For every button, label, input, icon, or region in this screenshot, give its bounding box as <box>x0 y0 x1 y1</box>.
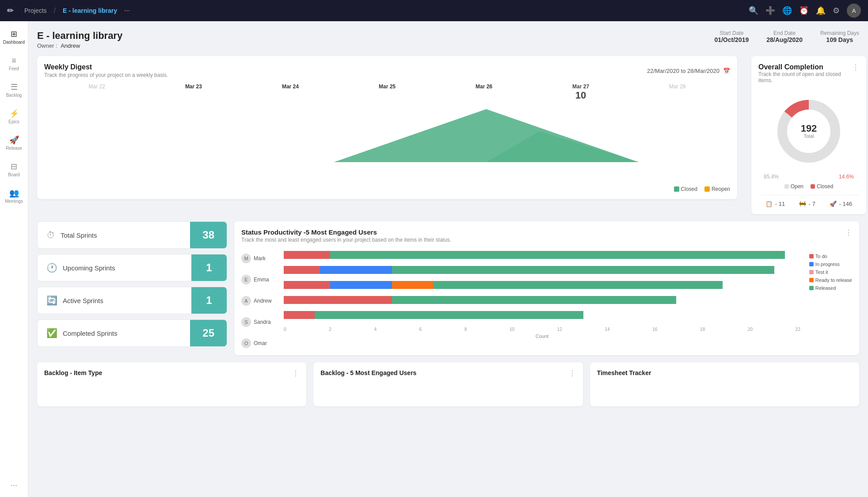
panel-header: Overall Completion Track the count of op… <box>758 63 859 89</box>
bar-emma-released <box>392 266 774 274</box>
legend-closed-panel: Closed <box>811 183 833 190</box>
axis-6: 6 <box>419 327 422 332</box>
sprint-stats-col: ⏱ Total Sprints 38 🕐 Upcoming Sprints 1 … <box>37 221 227 355</box>
date-label-6: Mar 28 <box>669 83 685 90</box>
bottom-row: ⋮ Backlog - Item Type ⋮ Backlog - 5 Most… <box>37 362 859 406</box>
main-content: E - learning library Owner : Andrew Star… <box>28 21 868 497</box>
nav-projects-link[interactable]: Projects <box>24 7 47 14</box>
legend-dot-closed-panel <box>811 184 815 189</box>
bar-andrew-released <box>434 281 723 289</box>
sidebar-item-dashboard[interactable]: ⊞ Dashboard <box>2 25 27 49</box>
backlog-engaged-title: Backlog - 5 Most Engaged Users <box>320 369 575 376</box>
project-title: E - learning library <box>37 30 122 42</box>
meetings-icon: 👥 <box>9 188 19 198</box>
owner-label: Owner : <box>37 42 57 49</box>
timesheet-title: Timesheet Tracker <box>597 369 852 376</box>
axis-8: 8 <box>464 327 467 332</box>
chart-date-2: Mar 24 <box>282 83 299 101</box>
nav-current-project[interactable]: E - learning library <box>63 7 117 14</box>
productivity-more-button[interactable]: ⋮ <box>845 228 852 237</box>
legend-closed-label: Closed <box>817 183 833 190</box>
bar-omar-todo <box>284 311 315 319</box>
sprint-total-value: 38 <box>190 222 227 248</box>
top-area: Weekly Digest Track the progress of your… <box>37 56 859 214</box>
avatar-emma: E <box>241 275 251 285</box>
avatar-mark: M <box>241 254 251 263</box>
bell-icon[interactable]: 🔔 <box>816 6 826 15</box>
end-date: End Date 28/Aug/2020 <box>766 30 803 43</box>
sidebar-item-feed[interactable]: ≡ Feed <box>2 51 27 76</box>
legend-testit-label: Test it <box>815 269 828 275</box>
clock-icon[interactable]: ⏰ <box>799 6 809 15</box>
name-mark: Mark <box>254 255 275 262</box>
legend-released: Released <box>809 285 852 291</box>
date-num-5: 10 <box>572 90 589 101</box>
legend-todo-label: To do <box>815 254 827 259</box>
bar-user-andrew: A Andrew <box>241 296 275 306</box>
feed-icon: ≡ <box>11 56 16 65</box>
sidebar-item-board[interactable]: ⊟ Board <box>2 157 27 182</box>
project-header: E - learning library Owner : Andrew Star… <box>37 30 859 49</box>
backlog-type-more-button[interactable]: ⋮ <box>292 369 299 378</box>
chart-date-1: Mar 23 <box>185 83 202 101</box>
axis-22: 22 <box>796 327 800 332</box>
add-icon[interactable]: ➕ <box>765 6 775 15</box>
legend-released-label: Released <box>815 285 836 291</box>
bar-chart-area: M Mark E Emma A Andrew <box>241 250 852 348</box>
sidebar-more-button[interactable]: ··· <box>7 477 21 493</box>
search-icon[interactable]: 🔍 <box>749 6 758 15</box>
sprint-active-label-area: 🔄 Active Sprints <box>38 288 191 313</box>
bar-row-andrew <box>284 280 800 290</box>
panel-more-button[interactable]: ⋮ <box>852 63 859 72</box>
user-avatar[interactable]: A <box>847 4 861 18</box>
legend-dot-testit <box>809 270 814 274</box>
bottom-card-timesheet: Timesheet Tracker <box>590 362 859 406</box>
sidebar-item-meetings[interactable]: 👥 Meetings <box>2 184 27 209</box>
settings-icon[interactable]: ⚙ <box>833 6 840 15</box>
weekly-chart-svg <box>44 105 730 162</box>
stat-value-0: - 11 <box>775 201 785 207</box>
axis-0: 0 <box>284 327 286 332</box>
panel-stats: 📋 - 11 🚧 - 7 🚀 - 146 <box>758 195 859 207</box>
bottom-card-backlog-type: ⋮ Backlog - Item Type <box>37 362 306 406</box>
sidebar-item-backlog[interactable]: ☰ Backlog <box>2 78 27 102</box>
sidebar-item-release[interactable]: 🚀 Release <box>2 131 27 156</box>
panel-title-area: Overall Completion Track the count of op… <box>758 63 852 89</box>
bar-omar-released <box>315 311 583 319</box>
axis-2: 2 <box>329 327 331 332</box>
legend-open: Open <box>784 183 803 190</box>
legend-dot-closed <box>674 186 679 192</box>
overall-completion-panel: Overall Completion Track the count of op… <box>744 56 859 214</box>
sprint-upcoming-value: 1 <box>191 254 227 281</box>
legend-open-label: Open <box>791 183 803 190</box>
bottom-card-backlog-engaged: ⋮ Backlog - 5 Most Engaged Users <box>313 362 582 406</box>
sidebar-item-epics[interactable]: ⚡ Epics <box>2 104 27 129</box>
globe-icon[interactable]: 🌐 <box>782 6 792 15</box>
bar-row-sandra <box>284 295 800 305</box>
axis-title: Count <box>284 334 800 339</box>
weekly-digest-title: Weekly Digest <box>44 63 168 71</box>
name-omar: Omar <box>254 340 275 346</box>
name-emma: Emma <box>254 277 275 283</box>
sidebar-label-release: Release <box>6 146 22 151</box>
legend-testit: Test it <box>809 269 852 275</box>
bar-andrew-inprogress <box>330 281 392 289</box>
backlog-type-title: Backlog - Item Type <box>44 369 299 376</box>
nav-more-button[interactable]: ··· <box>124 7 130 15</box>
sprint-upcoming-label-area: 🕐 Upcoming Sprints <box>38 255 191 280</box>
calendar-icon[interactable]: 📅 <box>723 68 730 74</box>
bar-user-mark: M Mark <box>241 254 275 263</box>
date-label-2: Mar 24 <box>282 83 299 90</box>
legend-label-reopen: Reopen <box>712 186 730 192</box>
app-logo: ✏ <box>7 6 14 15</box>
stat-value-1: - 7 <box>809 201 815 207</box>
nav-separator: / <box>54 7 56 15</box>
project-meta: Start Date 01/Oct/2019 End Date 28/Aug/2… <box>714 30 859 43</box>
two-col-section: ⏱ Total Sprints 38 🕐 Upcoming Sprints 1 … <box>37 221 859 355</box>
backlog-engaged-more-button[interactable]: ⋮ <box>569 369 576 378</box>
chart-date-4: Mar 26 <box>476 83 492 101</box>
productivity-title: Status Productivity -5 Most Engaged User… <box>241 228 451 236</box>
sprint-card-upcoming: 🕐 Upcoming Sprints 1 <box>37 254 227 281</box>
legend-dot-open <box>784 184 789 189</box>
chart-legend: Closed Reopen <box>44 186 730 192</box>
